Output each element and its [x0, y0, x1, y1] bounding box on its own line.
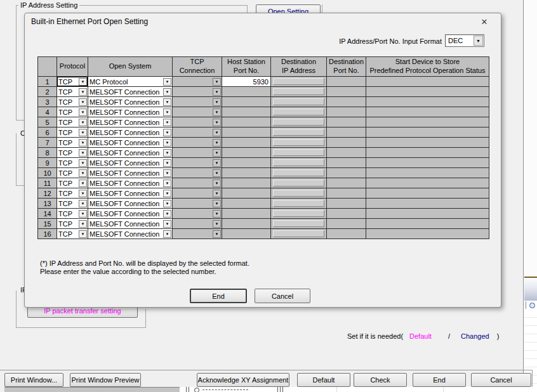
dropdown-arrow-icon[interactable]: ▼ — [163, 119, 171, 126]
protocol-select[interactable]: TCP▼ — [57, 148, 88, 157]
dropdown-arrow-icon[interactable]: ▼ — [79, 139, 87, 147]
dropdown-arrow-icon[interactable]: ▼ — [213, 230, 221, 238]
open-system-select[interactable]: MELSOFT Connection▼ — [88, 219, 172, 228]
protocol-select[interactable]: TCP▼ — [57, 97, 88, 107]
protocol-select[interactable]: TCP▼ — [57, 209, 88, 218]
tcp-connection-select[interactable]: ▼ — [173, 127, 222, 137]
tcp-connection-select[interactable]: ▼ — [173, 158, 222, 167]
dropdown-arrow-icon[interactable]: ▼ — [213, 108, 221, 116]
dropdown-arrow-icon[interactable]: ▼ — [213, 129, 221, 136]
tcp-connection-select[interactable]: ▼ — [173, 168, 222, 178]
tcp-connection-select[interactable]: ▼ — [173, 148, 222, 157]
protocol-select[interactable]: TCP▼ — [57, 77, 88, 86]
tcp-connection-select[interactable]: ▼ — [173, 107, 222, 117]
acknowledge-xy-assignment-button[interactable]: Acknowledge XY Assignment — [197, 373, 289, 387]
tcp-connection-select[interactable]: ▼ — [173, 87, 222, 96]
input-format-select[interactable]: DEC ▼ — [445, 34, 484, 47]
protocol-select[interactable]: TCP▼ — [57, 158, 88, 167]
tcp-connection-select[interactable]: ▼ — [173, 219, 222, 228]
protocol-select[interactable]: TCP▼ — [57, 168, 88, 178]
dropdown-arrow-icon[interactable]: ▼ — [213, 78, 221, 86]
protocol-select[interactable]: TCP▼ — [57, 127, 88, 137]
dropdown-arrow-icon[interactable]: ▼ — [79, 190, 87, 197]
tcp-connection-select[interactable]: ▼ — [173, 229, 222, 238]
open-system-select[interactable]: MELSOFT Connection▼ — [88, 117, 172, 127]
cancel-button-main[interactable]: Cancel — [471, 373, 531, 387]
end-button-dialog[interactable]: End — [190, 289, 247, 303]
protocol-select[interactable]: TCP▼ — [57, 178, 88, 188]
open-system-select[interactable]: MELSOFT Connection▼ — [88, 209, 172, 218]
open-system-select[interactable]: MELSOFT Connection▼ — [88, 107, 172, 117]
dropdown-arrow-icon[interactable]: ▼ — [163, 169, 171, 177]
dropdown-arrow-icon[interactable]: ▼ — [79, 230, 87, 238]
dropdown-arrow-icon[interactable]: ▼ — [79, 108, 87, 116]
protocol-select[interactable]: TCP▼ — [57, 229, 88, 238]
dropdown-arrow-icon[interactable]: ▼ — [213, 88, 221, 96]
open-system-select[interactable]: MELSOFT Connection▼ — [88, 168, 172, 178]
dropdown-arrow-icon[interactable]: ▼ — [213, 200, 221, 207]
end-button-main[interactable]: End — [413, 373, 466, 387]
protocol-select[interactable]: TCP▼ — [57, 107, 88, 117]
dropdown-arrow-icon[interactable]: ▼ — [213, 190, 221, 197]
protocol-select[interactable]: TCP▼ — [57, 117, 88, 127]
check-button[interactable]: Check — [354, 373, 407, 387]
open-system-select[interactable]: MELSOFT Connection▼ — [88, 178, 172, 188]
dropdown-arrow-icon[interactable]: ▼ — [213, 119, 221, 126]
protocol-select[interactable]: TCP▼ — [57, 188, 88, 198]
tcp-connection-select[interactable]: ▼ — [173, 77, 222, 86]
dropdown-arrow-icon[interactable]: ▼ — [213, 220, 221, 228]
dropdown-arrow-icon[interactable]: ▼ — [213, 180, 221, 187]
dropdown-arrow-icon[interactable]: ▼ — [163, 108, 171, 116]
dropdown-arrow-icon[interactable]: ▼ — [79, 210, 87, 218]
dropdown-arrow-icon[interactable]: ▼ — [163, 78, 171, 86]
dropdown-arrow-icon[interactable]: ▼ — [213, 169, 221, 177]
dropdown-arrow-icon[interactable]: ▼ — [163, 200, 171, 207]
tcp-connection-select[interactable]: ▼ — [173, 117, 222, 127]
dropdown-arrow-icon[interactable]: ▼ — [213, 139, 221, 147]
tcp-connection-select[interactable]: ▼ — [173, 188, 222, 198]
dropdown-arrow-icon[interactable]: ▼ — [79, 180, 87, 187]
dropdown-arrow-icon[interactable]: ▼ — [213, 98, 221, 106]
dropdown-arrow-icon[interactable]: ▼ — [79, 159, 87, 167]
protocol-select[interactable]: TCP▼ — [57, 199, 88, 208]
protocol-select[interactable]: TCP▼ — [57, 87, 88, 96]
dropdown-arrow-icon[interactable]: ▼ — [163, 149, 171, 157]
tcp-connection-select[interactable]: ▼ — [173, 97, 222, 107]
dropdown-arrow-icon[interactable]: ▼ — [213, 210, 221, 218]
dropdown-arrow-icon[interactable]: ▼ — [79, 129, 87, 136]
tcp-connection-select[interactable]: ▼ — [173, 178, 222, 188]
tcp-connection-select[interactable]: ▼ — [173, 209, 222, 218]
tcp-connection-select[interactable]: ▼ — [173, 138, 222, 147]
protocol-select[interactable]: TCP▼ — [57, 219, 88, 228]
print-window-button[interactable]: Print Window... — [4, 373, 63, 387]
chevron-down-icon[interactable]: ▼ — [474, 36, 483, 46]
open-system-select[interactable]: MELSOFT Connection▼ — [88, 199, 172, 208]
open-system-select[interactable]: MELSOFT Connection▼ — [88, 138, 172, 147]
tcp-connection-select[interactable]: ▼ — [173, 199, 222, 208]
dropdown-arrow-icon[interactable]: ▼ — [79, 149, 87, 157]
dropdown-arrow-icon[interactable]: ▼ — [79, 78, 87, 86]
dropdown-arrow-icon[interactable]: ▼ — [79, 200, 87, 207]
dropdown-arrow-icon[interactable]: ▼ — [79, 98, 87, 106]
dropdown-arrow-icon[interactable]: ▼ — [163, 220, 171, 228]
open-system-select[interactable]: MELSOFT Connection▼ — [88, 87, 172, 96]
cancel-button-dialog[interactable]: Cancel — [255, 289, 310, 303]
open-system-select[interactable]: MELSOFT Connection▼ — [88, 148, 172, 157]
open-system-select[interactable]: MELSOFT Connection▼ — [88, 97, 172, 107]
host-station-port-cell[interactable]: 5930 — [222, 77, 271, 87]
dropdown-arrow-icon[interactable]: ▼ — [163, 139, 171, 147]
dropdown-arrow-icon[interactable]: ▼ — [163, 230, 171, 238]
dropdown-arrow-icon[interactable]: ▼ — [79, 220, 87, 228]
dropdown-arrow-icon[interactable]: ▼ — [163, 180, 171, 187]
dropdown-arrow-icon[interactable]: ▼ — [163, 210, 171, 218]
open-system-select[interactable]: MELSOFT Connection▼ — [88, 229, 172, 238]
dropdown-arrow-icon[interactable]: ▼ — [163, 159, 171, 167]
close-icon[interactable]: ✕ — [477, 15, 492, 28]
protocol-select[interactable]: TCP▼ — [57, 138, 88, 147]
dropdown-arrow-icon[interactable]: ▼ — [79, 88, 87, 96]
dropdown-arrow-icon[interactable]: ▼ — [163, 190, 171, 197]
default-button[interactable]: Default — [297, 373, 350, 387]
print-window-preview-button[interactable]: Print Window Preview — [70, 373, 141, 387]
dropdown-arrow-icon[interactable]: ▼ — [213, 149, 221, 157]
open-system-select[interactable]: MELSOFT Connection▼ — [88, 188, 172, 198]
